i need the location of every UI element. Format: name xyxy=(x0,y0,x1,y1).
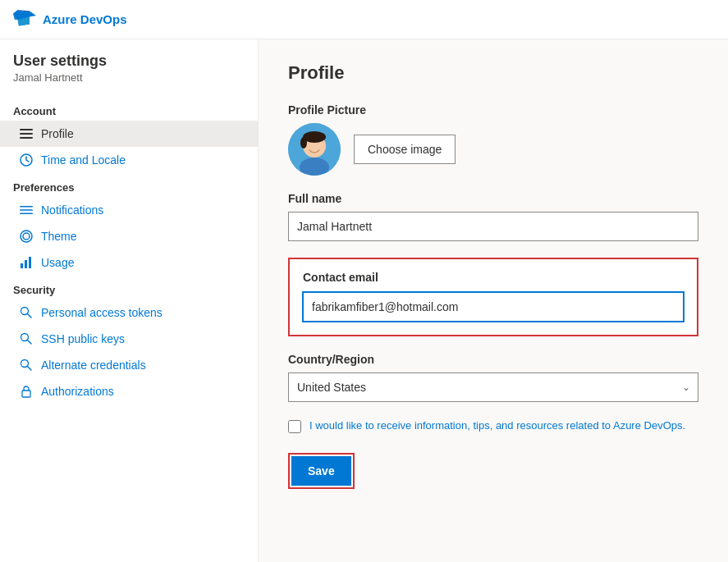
sidebar-item-authorizations-label: Authorizations xyxy=(41,385,114,398)
sidebar-item-authorizations[interactable]: Authorizations xyxy=(0,378,258,404)
sidebar-item-usage-label: Usage xyxy=(41,256,74,269)
save-button[interactable]: Save xyxy=(291,456,351,486)
sidebar-title: User settings xyxy=(13,53,245,70)
personal-access-tokens-icon xyxy=(20,306,33,319)
profile-picture-row: Choose image xyxy=(288,123,698,176)
svg-point-20 xyxy=(300,137,307,148)
app-logo[interactable]: Azure DevOps xyxy=(13,8,127,31)
country-region-select[interactable]: United States Canada United Kingdom Aust… xyxy=(288,372,698,402)
ssh-public-keys-icon xyxy=(20,332,33,345)
svg-rect-2 xyxy=(20,137,33,139)
sidebar-section-preferences: Preferences xyxy=(0,173,258,197)
contact-email-label: Contact email xyxy=(303,271,684,284)
sidebar-item-time-locale-label: Time and Locale xyxy=(41,153,126,167)
sidebar-item-alternate-credentials-label: Alternate credentials xyxy=(41,359,146,372)
country-region-label: Country/Region xyxy=(288,353,698,366)
azure-devops-logo-icon xyxy=(13,8,36,31)
avatar-image xyxy=(288,123,341,176)
full-name-section: Full name xyxy=(288,192,698,241)
theme-icon xyxy=(20,230,33,243)
sidebar-item-personal-access-tokens[interactable]: Personal access tokens xyxy=(0,299,258,326)
time-locale-icon xyxy=(20,153,33,167)
svg-point-8 xyxy=(21,231,32,242)
sidebar-item-notifications-label: Notifications xyxy=(41,203,103,217)
svg-rect-10 xyxy=(25,260,27,268)
svg-rect-15 xyxy=(22,391,30,397)
sidebar-item-profile[interactable]: Profile xyxy=(0,121,258,147)
sidebar-item-time-locale[interactable]: Time and Locale xyxy=(0,147,258,173)
app-title: Azure DevOps xyxy=(43,12,127,26)
sidebar-item-usage[interactable]: Usage xyxy=(0,249,258,276)
authorizations-icon xyxy=(20,385,33,398)
sidebar-item-personal-access-tokens-label: Personal access tokens xyxy=(41,306,163,319)
country-select-wrapper: United States Canada United Kingdom Aust… xyxy=(288,372,698,402)
newsletter-checkbox-row: I would like to receive information, tip… xyxy=(288,418,698,433)
profile-picture-section: Profile Picture xyxy=(288,103,698,176)
sidebar-header: User settings Jamal Hartnett xyxy=(0,53,258,97)
save-button-wrapper: Save xyxy=(288,453,355,489)
contact-email-input[interactable] xyxy=(303,292,684,322)
usage-icon xyxy=(20,256,33,269)
svg-rect-0 xyxy=(20,129,33,130)
sidebar-item-profile-label: Profile xyxy=(41,127,74,140)
topbar: Azure DevOps xyxy=(0,0,728,39)
newsletter-checkbox[interactable] xyxy=(288,420,301,433)
sidebar-section-account: Account xyxy=(0,97,258,121)
country-region-section: Country/Region United States Canada Unit… xyxy=(288,353,698,402)
sidebar-item-alternate-credentials[interactable]: Alternate credentials xyxy=(0,352,258,378)
sidebar-item-ssh-public-keys-label: SSH public keys xyxy=(41,332,125,345)
notifications-icon xyxy=(20,203,33,217)
sidebar-username: Jamal Hartnett xyxy=(13,71,245,84)
choose-image-button[interactable]: Choose image xyxy=(354,135,456,164)
svg-rect-9 xyxy=(21,263,23,268)
profile-icon xyxy=(20,127,33,140)
svg-rect-4 xyxy=(20,206,33,208)
sidebar-item-theme-label: Theme xyxy=(41,230,77,243)
full-name-label: Full name xyxy=(288,192,698,205)
svg-point-7 xyxy=(23,233,30,240)
sidebar-section-security: Security xyxy=(0,276,258,299)
sidebar-item-theme[interactable]: Theme xyxy=(0,223,258,249)
svg-rect-11 xyxy=(29,257,31,268)
full-name-input[interactable] xyxy=(288,212,698,241)
profile-picture-label: Profile Picture xyxy=(288,103,698,117)
main-content: Profile Profile Picture xyxy=(259,39,728,562)
svg-rect-1 xyxy=(20,133,33,135)
svg-rect-6 xyxy=(20,213,33,215)
svg-rect-5 xyxy=(20,209,33,211)
page-title: Profile xyxy=(288,62,698,84)
contact-email-section: Contact email xyxy=(288,258,698,336)
avatar xyxy=(288,123,341,176)
newsletter-checkbox-label[interactable]: I would like to receive information, tip… xyxy=(309,418,685,433)
sidebar-item-notifications[interactable]: Notifications xyxy=(0,197,258,223)
sidebar-item-ssh-public-keys[interactable]: SSH public keys xyxy=(0,326,258,352)
alternate-credentials-icon xyxy=(20,359,33,372)
app-layout: User settings Jamal Hartnett Account Pro… xyxy=(0,39,728,562)
sidebar: User settings Jamal Hartnett Account Pro… xyxy=(0,39,259,562)
